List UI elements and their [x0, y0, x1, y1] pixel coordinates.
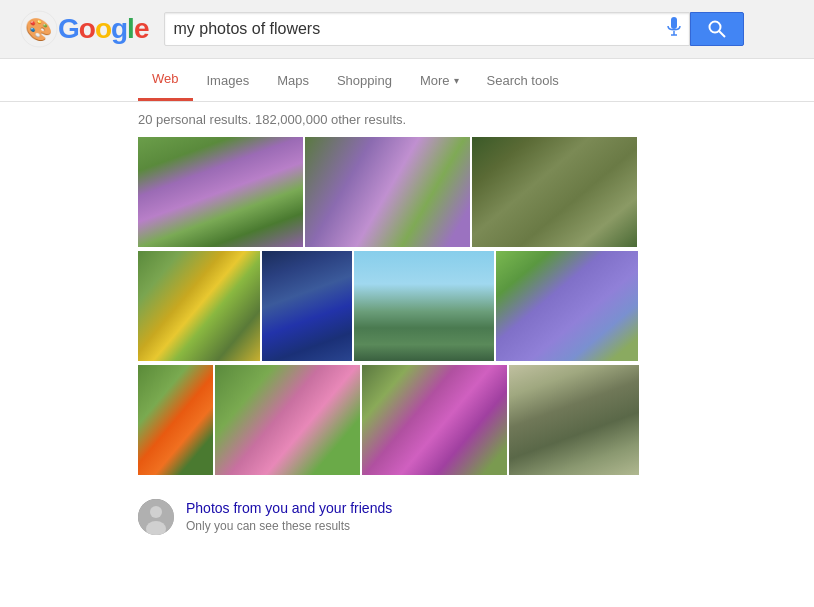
- google-logo-icon: 🎨: [20, 10, 58, 48]
- svg-point-5: [710, 22, 721, 33]
- results-summary: 20 personal results. 182,000,000 other r…: [0, 102, 814, 133]
- tab-shopping[interactable]: Shopping: [323, 61, 406, 100]
- svg-text:🎨: 🎨: [25, 16, 53, 43]
- image-5[interactable]: [262, 251, 352, 361]
- avatar: [138, 499, 174, 535]
- nav-bar: Web Images Maps Shopping More ▾ Search t…: [0, 59, 814, 102]
- search-bar: my photos of flowers: [164, 12, 744, 46]
- image-7[interactable]: [496, 251, 638, 361]
- search-input[interactable]: my photos of flowers: [173, 20, 661, 38]
- search-icon: [708, 20, 726, 38]
- social-text: Photos from you and your friends Only yo…: [186, 499, 392, 533]
- image-1[interactable]: [138, 137, 303, 247]
- chevron-down-icon: ▾: [454, 75, 459, 86]
- image-8[interactable]: [138, 365, 213, 475]
- image-2[interactable]: [305, 137, 470, 247]
- image-row-2: [138, 251, 676, 361]
- image-row-1: [138, 137, 676, 247]
- svg-rect-2: [671, 17, 677, 29]
- image-10[interactable]: [362, 365, 507, 475]
- tab-more[interactable]: More ▾: [406, 61, 473, 100]
- svg-point-8: [150, 506, 162, 518]
- social-title[interactable]: Photos from you and your friends: [186, 500, 392, 516]
- tab-maps[interactable]: Maps: [263, 61, 323, 100]
- image-3[interactable]: [472, 137, 637, 247]
- image-6[interactable]: [354, 251, 494, 361]
- search-button[interactable]: [690, 12, 744, 46]
- tab-web[interactable]: Web: [138, 59, 193, 101]
- image-9[interactable]: [215, 365, 360, 475]
- image-11[interactable]: [509, 365, 639, 475]
- tab-search-tools[interactable]: Search tools: [473, 61, 573, 100]
- tab-images[interactable]: Images: [193, 61, 264, 100]
- google-logo[interactable]: 🎨 Google: [20, 10, 148, 48]
- avatar-image: [138, 499, 174, 535]
- social-subtitle: Only you can see these results: [186, 519, 392, 533]
- image-4[interactable]: [138, 251, 260, 361]
- social-result: Photos from you and your friends Only yo…: [0, 487, 814, 551]
- microphone-icon[interactable]: [667, 17, 681, 41]
- search-input-container: my photos of flowers: [164, 12, 690, 46]
- header: 🎨 Google my photos of flowers: [0, 0, 814, 59]
- svg-line-6: [719, 31, 725, 37]
- image-row-3: [138, 365, 676, 475]
- image-grid: [0, 133, 814, 487]
